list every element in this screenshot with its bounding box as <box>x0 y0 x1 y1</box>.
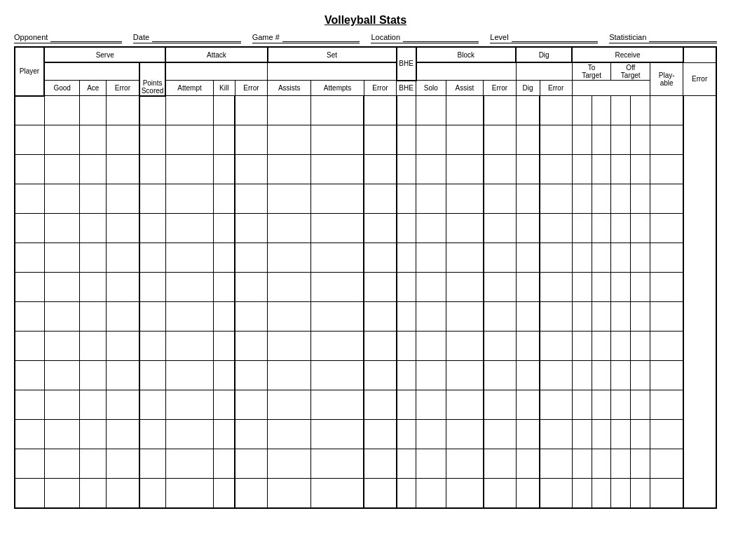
data-cell[interactable] <box>80 155 107 184</box>
data-cell[interactable] <box>484 243 516 273</box>
data-cell[interactable] <box>540 243 572 273</box>
data-cell[interactable] <box>165 184 213 214</box>
data-cell[interactable] <box>364 361 396 390</box>
data-cell[interactable] <box>80 243 107 273</box>
data-cell[interactable] <box>540 214 572 243</box>
data-cell[interactable] <box>650 420 683 449</box>
data-cell[interactable] <box>484 273 516 302</box>
data-cell[interactable] <box>592 243 611 273</box>
data-cell[interactable] <box>268 96 311 125</box>
data-cell[interactable] <box>107 420 139 449</box>
data-cell[interactable] <box>165 302 213 332</box>
data-cell[interactable] <box>592 390 611 420</box>
data-cell[interactable] <box>516 273 540 302</box>
data-cell[interactable] <box>80 332 107 361</box>
data-cell[interactable] <box>165 214 213 243</box>
data-cell[interactable] <box>650 214 683 243</box>
data-cell[interactable] <box>631 125 650 155</box>
data-cell[interactable] <box>650 273 683 302</box>
data-cell[interactable] <box>416 155 446 184</box>
data-cell[interactable] <box>484 184 516 214</box>
data-cell[interactable] <box>446 214 484 243</box>
data-cell[interactable] <box>311 125 364 155</box>
data-cell[interactable] <box>484 125 516 155</box>
data-cell[interactable] <box>592 420 611 449</box>
data-cell[interactable] <box>311 214 364 243</box>
data-cell[interactable] <box>268 273 311 302</box>
data-cell[interactable] <box>446 479 484 508</box>
data-cell[interactable] <box>397 449 416 479</box>
data-cell[interactable] <box>15 155 44 184</box>
data-cell[interactable] <box>572 125 592 155</box>
data-cell[interactable] <box>15 479 44 508</box>
data-cell[interactable] <box>446 184 484 214</box>
data-cell[interactable] <box>484 361 516 390</box>
data-cell[interactable] <box>44 420 80 449</box>
data-cell[interactable] <box>139 390 166 420</box>
data-cell[interactable] <box>107 302 139 332</box>
data-cell[interactable] <box>397 302 416 332</box>
data-cell[interactable] <box>446 420 484 449</box>
data-cell[interactable] <box>516 449 540 479</box>
data-cell[interactable] <box>165 420 213 449</box>
data-cell[interactable] <box>611 96 631 125</box>
data-cell[interactable] <box>484 96 516 125</box>
data-cell[interactable] <box>484 449 516 479</box>
data-cell[interactable] <box>484 420 516 449</box>
data-cell[interactable] <box>44 243 80 273</box>
data-cell[interactable] <box>631 479 650 508</box>
data-cell[interactable] <box>107 361 139 390</box>
data-cell[interactable] <box>416 243 446 273</box>
data-cell[interactable] <box>540 273 572 302</box>
data-cell[interactable] <box>44 214 80 243</box>
data-cell[interactable] <box>631 155 650 184</box>
data-cell[interactable] <box>268 332 311 361</box>
data-cell[interactable] <box>484 155 516 184</box>
data-cell[interactable] <box>416 332 446 361</box>
data-cell[interactable] <box>15 390 44 420</box>
data-cell[interactable] <box>364 302 396 332</box>
data-cell[interactable] <box>165 96 213 125</box>
data-cell[interactable] <box>516 479 540 508</box>
data-cell[interactable] <box>213 184 235 214</box>
data-cell[interactable] <box>311 243 364 273</box>
data-cell[interactable] <box>611 184 631 214</box>
data-cell[interactable] <box>397 479 416 508</box>
data-cell[interactable] <box>572 243 592 273</box>
data-cell[interactable] <box>416 184 446 214</box>
data-cell[interactable] <box>364 125 396 155</box>
data-cell[interactable] <box>631 214 650 243</box>
data-cell[interactable] <box>15 420 44 449</box>
data-cell[interactable] <box>235 155 267 184</box>
data-cell[interactable] <box>484 479 516 508</box>
data-cell[interactable] <box>15 273 44 302</box>
data-cell[interactable] <box>397 96 416 125</box>
data-cell[interactable] <box>15 361 44 390</box>
data-cell[interactable] <box>80 302 107 332</box>
data-cell[interactable] <box>80 479 107 508</box>
data-cell[interactable] <box>592 96 611 125</box>
data-cell[interactable] <box>139 332 166 361</box>
data-cell[interactable] <box>268 390 311 420</box>
data-cell[interactable] <box>540 361 572 390</box>
data-cell[interactable] <box>235 332 267 361</box>
data-cell[interactable] <box>165 155 213 184</box>
data-cell[interactable] <box>213 479 235 508</box>
data-cell[interactable] <box>364 273 396 302</box>
data-cell[interactable] <box>516 184 540 214</box>
data-cell[interactable] <box>311 302 364 332</box>
data-cell[interactable] <box>516 361 540 390</box>
data-cell[interactable] <box>516 420 540 449</box>
data-cell[interactable] <box>107 332 139 361</box>
data-cell[interactable] <box>446 125 484 155</box>
data-cell[interactable] <box>446 243 484 273</box>
data-cell[interactable] <box>364 243 396 273</box>
data-cell[interactable] <box>516 155 540 184</box>
data-cell[interactable] <box>44 361 80 390</box>
data-cell[interactable] <box>572 214 592 243</box>
data-cell[interactable] <box>80 390 107 420</box>
data-cell[interactable] <box>15 302 44 332</box>
data-cell[interactable] <box>631 420 650 449</box>
data-cell[interactable] <box>611 243 631 273</box>
data-cell[interactable] <box>416 390 446 420</box>
